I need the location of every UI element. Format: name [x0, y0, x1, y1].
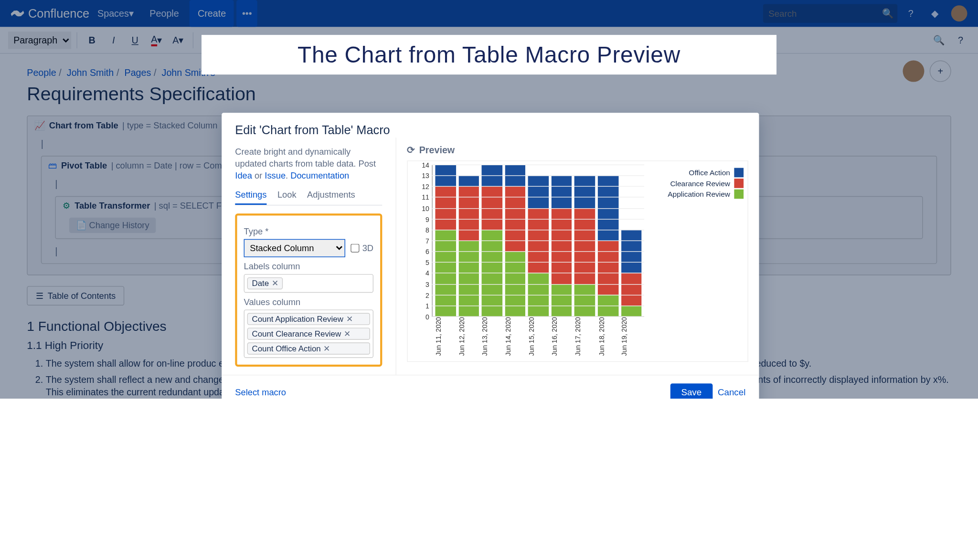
- select-macro-link[interactable]: Select macro: [235, 387, 286, 397]
- gridline: [432, 284, 644, 284]
- bar-segment: [574, 176, 595, 209]
- gridline: [432, 230, 644, 230]
- labels-column-label: Labels column: [244, 261, 373, 271]
- x-tick-label: Jun 15, 2020: [528, 317, 548, 357]
- macro-editor-modal: Edit 'Chart from Table' Macro Create bri…: [222, 113, 759, 399]
- y-tick-label: 7: [425, 237, 429, 244]
- labels-tag[interactable]: Date ✕: [247, 277, 283, 289]
- settings-highlight-box: Type * Stacked Column 3D Labels column D…: [235, 213, 382, 367]
- labels-column-input[interactable]: Date ✕: [244, 274, 373, 292]
- overlay-banner: The Chart from Table Macro Preview: [202, 35, 776, 74]
- legend-item: Office Action: [649, 168, 744, 178]
- gridline: [432, 219, 644, 219]
- gridline: [432, 241, 644, 241]
- values-tag[interactable]: Count Clearance Review ✕: [247, 328, 370, 339]
- gridline: [432, 165, 644, 165]
- gridline: [432, 317, 644, 317]
- y-tick-label: 9: [425, 216, 429, 223]
- x-tick-label: Jun 14, 2020: [504, 317, 525, 357]
- y-tick-label: 8: [425, 227, 429, 234]
- x-tick-label: Jun 16, 2020: [551, 317, 572, 357]
- legend-label: Clearance Review: [670, 180, 730, 188]
- y-tick-label: 4: [425, 270, 429, 277]
- gridline: [432, 251, 644, 252]
- y-tick-label: 2: [425, 292, 429, 299]
- preview-label: Preview: [419, 144, 455, 155]
- bar-segment: [458, 241, 479, 316]
- legend-swatch: [734, 168, 744, 178]
- refresh-icon[interactable]: ⟳: [407, 144, 415, 155]
- issue-link[interactable]: Issue: [265, 171, 286, 181]
- legend-swatch: [734, 190, 744, 199]
- type-label: Type *: [244, 226, 373, 236]
- x-tick-label: Jun 18, 2020: [597, 317, 618, 357]
- y-tick-label: 5: [425, 259, 429, 266]
- tab-settings[interactable]: Settings: [235, 189, 266, 204]
- bar-segment: [621, 273, 641, 306]
- y-tick-label: 10: [422, 205, 429, 212]
- chart-legend: Office ActionClearance ReviewApplication…: [649, 165, 744, 357]
- values-column-input[interactable]: Count Application Review ✕Count Clearanc…: [244, 309, 373, 358]
- legend-item: Clearance Review: [649, 179, 744, 188]
- gridline: [432, 186, 644, 187]
- y-tick-label: 6: [425, 248, 429, 255]
- y-tick-label: 13: [422, 172, 429, 180]
- remove-tag-icon[interactable]: ✕: [344, 329, 351, 338]
- cancel-button[interactable]: Cancel: [718, 387, 745, 397]
- y-tick-label: 0: [425, 313, 429, 320]
- y-tick-label: 12: [422, 183, 429, 190]
- x-tick-label: Jun 13, 2020: [481, 317, 502, 357]
- x-tick-label: Jun 12, 2020: [458, 317, 478, 357]
- x-tick-label: Jun 19, 2020: [621, 317, 641, 357]
- modal-preview-panel: ⟳ Preview 01234567891011121314 Jun 11, 2…: [396, 137, 759, 374]
- gridline: [432, 197, 644, 198]
- legend-item: Application Review: [649, 190, 744, 199]
- bar-segment: [458, 187, 479, 241]
- x-tick-label: Jun 11, 2020: [435, 317, 455, 357]
- bar-segment: [552, 176, 572, 209]
- bar-segment: [621, 306, 641, 317]
- values-column-label: Values column: [244, 296, 373, 306]
- y-tick-label: 3: [425, 281, 429, 288]
- legend-swatch: [734, 179, 744, 188]
- chart-canvas: 01234567891011121314 Jun 11, 2020Jun 12,…: [412, 165, 644, 357]
- chart-type-select[interactable]: Stacked Column: [244, 239, 346, 257]
- modal-title: Edit 'Chart from Table' Macro: [235, 124, 745, 138]
- bar-segment: [528, 176, 549, 209]
- tab-look[interactable]: Look: [277, 189, 297, 204]
- gridline: [432, 262, 644, 263]
- values-tag[interactable]: Count Application Review ✕: [247, 313, 370, 325]
- bar-segment: [574, 284, 595, 317]
- bar-segment: [598, 241, 618, 295]
- gridline: [432, 273, 644, 274]
- y-tick-label: 1: [425, 302, 429, 309]
- chart-preview: 01234567891011121314 Jun 11, 2020Jun 12,…: [407, 160, 748, 362]
- remove-tag-icon[interactable]: ✕: [323, 344, 330, 353]
- y-tick-label: 11: [422, 194, 429, 201]
- x-tick-label: Jun 17, 2020: [574, 317, 595, 357]
- idea-link[interactable]: Idea: [235, 171, 252, 181]
- gridline: [432, 295, 644, 295]
- gridline: [432, 306, 644, 306]
- modal-description: Create bright and dynamically updated ch…: [235, 146, 382, 182]
- values-tag[interactable]: Count Office Action ✕: [247, 342, 370, 354]
- modal-tabs: Settings Look Adjustments: [235, 189, 382, 205]
- remove-tag-icon[interactable]: ✕: [346, 314, 353, 324]
- modal-settings-panel: Create bright and dynamically updated ch…: [222, 137, 396, 374]
- bar-segment: [458, 176, 479, 187]
- legend-label: Application Review: [668, 190, 730, 198]
- save-button[interactable]: Save: [670, 383, 712, 399]
- modal-footer: Select macro Save Cancel: [222, 374, 759, 399]
- documentation-link[interactable]: Documentation: [290, 171, 349, 181]
- remove-tag-icon[interactable]: ✕: [272, 278, 278, 288]
- three-d-checkbox[interactable]: 3D: [351, 243, 373, 253]
- tab-adjustments[interactable]: Adjustments: [307, 189, 355, 204]
- gridline: [432, 175, 644, 176]
- bar-segment: [552, 284, 572, 317]
- gridline: [432, 208, 644, 208]
- legend-label: Office Action: [689, 169, 730, 177]
- y-tick-label: 14: [422, 161, 429, 169]
